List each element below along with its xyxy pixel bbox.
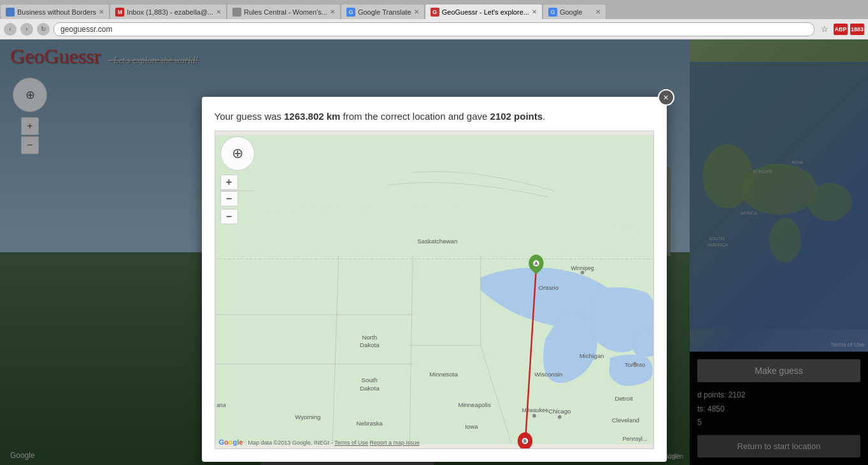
tab-label-bwb: Business without Borders	[17, 8, 96, 16]
message-mid: from the correct location and gave	[340, 111, 490, 122]
svg-point-39	[532, 414, 536, 418]
message-pre: Your guess was	[215, 111, 285, 122]
address-input[interactable]	[53, 22, 815, 36]
tab-close-gmail[interactable]: ✕	[216, 8, 221, 15]
modal-overlay: × Your guess was 1263.802 km from the co…	[0, 39, 868, 465]
tab-favicon-gmail: M	[115, 8, 124, 17]
map-nav-btn[interactable]: ⊕	[220, 136, 255, 171]
svg-text:Pennsyl...: Pennsyl...	[622, 436, 646, 442]
tab-google[interactable]: G Google ✕	[543, 4, 606, 19]
modal-close-button[interactable]: ×	[658, 89, 674, 106]
tab-rules[interactable]: Rules Central - Women's... ✕	[227, 4, 341, 19]
svg-text:South: South	[361, 376, 377, 383]
svg-text:Detroit: Detroit	[615, 395, 633, 402]
gmail-notify-icon[interactable]: 1883	[850, 24, 864, 35]
tab-favicon-google: G	[548, 8, 557, 17]
svg-text:Wisconsin: Wisconsin	[534, 371, 562, 378]
map-zoom-out-button[interactable]: −	[220, 191, 238, 206]
tab-label-google: Google	[560, 8, 593, 16]
tab-translate[interactable]: G Google Translate ✕	[341, 4, 425, 19]
result-modal: × Your guess was 1263.802 km from the co…	[202, 97, 667, 462]
tab-close-rules[interactable]: ✕	[330, 8, 335, 15]
map-report-link[interactable]: Report a map issue	[370, 440, 420, 446]
svg-text:Winnipeg: Winnipeg	[571, 265, 594, 271]
tab-bwb[interactable]: Business without Borders ✕	[0, 4, 110, 19]
points-value: 2102 points	[490, 111, 543, 122]
map-data-attribution: Map data ©2013 Google, INEGI - Terms of …	[248, 440, 420, 446]
bookmark-icon[interactable]: ☆	[818, 23, 831, 36]
browser-chrome: Business without Borders ✕ M Inbox (1,88…	[0, 0, 868, 39]
svg-text:Chicago: Chicago	[548, 408, 571, 415]
svg-text:Dakota: Dakota	[359, 341, 379, 348]
tab-close-geo[interactable]: ✕	[532, 8, 537, 15]
address-bar: ‹ › ↻ ☆ ABP 1883	[0, 19, 868, 39]
tab-label-translate: Google Translate	[358, 8, 411, 16]
svg-text:Minneapolis: Minneapolis	[458, 401, 491, 408]
svg-text:Saskatchewan: Saskatchewan	[417, 238, 457, 245]
tab-favicon-geo: G	[430, 8, 439, 17]
svg-point-41	[557, 415, 561, 419]
forward-button[interactable]: ›	[20, 23, 33, 36]
tab-geo[interactable]: G GeoGuessr - Let's explore... ✕	[425, 4, 543, 19]
map-nav-icon: ⊕	[232, 145, 243, 162]
tab-favicon-bwb	[6, 8, 15, 17]
svg-text:North: North	[362, 334, 377, 341]
svg-text:Michigan: Michigan	[579, 352, 604, 359]
map-zoom-minus-2[interactable]: −	[220, 209, 238, 224]
close-icon: ×	[663, 92, 668, 103]
tab-favicon-rules	[232, 8, 241, 17]
tab-close-google[interactable]: ✕	[595, 8, 601, 15]
map-zoom-in-button[interactable]: +	[220, 175, 238, 190]
svg-text:Iowa: Iowa	[464, 423, 478, 430]
tab-bar: Business without Borders ✕ M Inbox (1,88…	[0, 0, 868, 19]
map-nav-controls: ⊕ + − −	[220, 136, 255, 224]
result-map[interactable]: Saskatchewan Ontario North Dakota South …	[215, 131, 654, 449]
adblock-icon[interactable]: ABP	[834, 24, 848, 35]
map-google-logo: Google	[219, 438, 243, 446]
tab-close-bwb[interactable]: ✕	[99, 8, 104, 15]
tab-label-rules: Rules Central - Women's...	[244, 8, 327, 16]
main-area: GeoGuessr - Let's explore the world! ⊕ +…	[0, 39, 868, 465]
map-terms-link[interactable]: Terms of Use	[334, 440, 368, 446]
toolbar-icons: ☆ ABP 1883	[818, 23, 864, 36]
svg-text:ana: ana	[216, 402, 225, 408]
tab-gmail[interactable]: M Inbox (1,883) - ezabella@... ✕	[110, 4, 227, 19]
svg-text:Wyoming: Wyoming	[295, 413, 320, 420]
svg-text:Dakota: Dakota	[359, 385, 379, 392]
svg-point-40	[633, 362, 637, 366]
svg-text:Milwaukee: Milwaukee	[522, 407, 548, 413]
message-post: .	[543, 111, 545, 122]
tab-label-geo: GeoGuessr - Let's explore...	[442, 8, 529, 16]
svg-text:A: A	[534, 261, 537, 266]
modal-title: Your guess was 1263.802 km from the corr…	[215, 110, 654, 123]
svg-text:Cleveland: Cleveland	[611, 417, 639, 424]
svg-text:B: B	[523, 439, 526, 443]
svg-text:Minnesota: Minnesota	[429, 371, 458, 378]
svg-text:Ontario: Ontario	[538, 284, 559, 291]
svg-text:Nebraska: Nebraska	[356, 420, 383, 427]
tab-close-translate[interactable]: ✕	[414, 8, 419, 15]
tab-favicon-translate: G	[346, 8, 355, 17]
back-button[interactable]: ‹	[4, 23, 17, 36]
reload-button[interactable]: ↻	[37, 23, 50, 36]
distance-value: 1263.802 km	[284, 111, 340, 122]
tab-label-gmail: Inbox (1,883) - ezabella@...	[127, 8, 213, 16]
map-zoom-controls: + − −	[220, 175, 255, 224]
